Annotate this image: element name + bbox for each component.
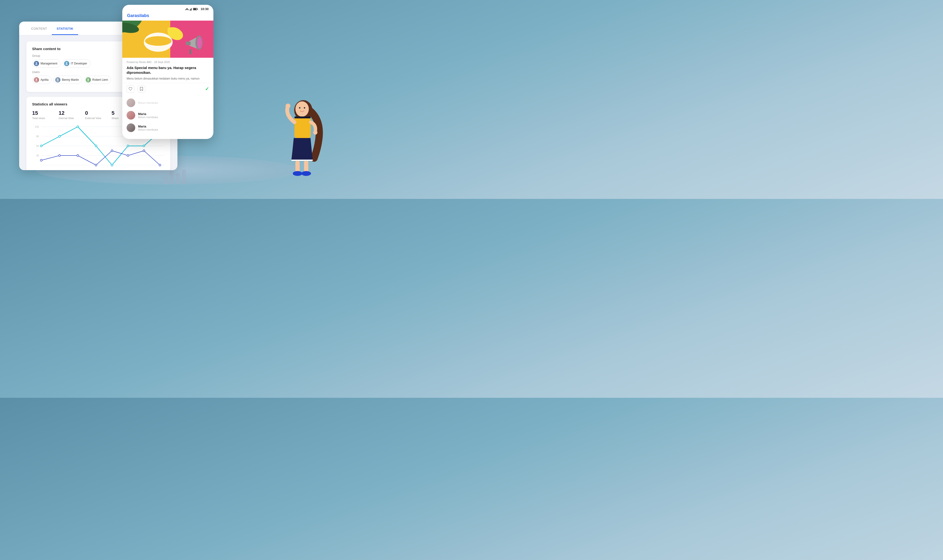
user-info-0: Belum membuka (138, 102, 158, 104)
svg-point-4 (36, 78, 37, 80)
svg-rect-60 (291, 160, 313, 161)
like-button[interactable] (126, 85, 134, 93)
character-svg (278, 91, 326, 182)
character-illustration (278, 91, 326, 182)
svg-point-19 (40, 145, 42, 147)
user-avatar-2 (126, 123, 135, 132)
stat-internal-view: 12 Internal View (59, 110, 85, 120)
svg-point-59 (285, 103, 290, 108)
bar-4 (182, 170, 186, 184)
list-item: Maria Belum membuka (122, 109, 213, 122)
tab-statistik[interactable]: STATISTIK (52, 22, 78, 35)
stat-label-total: Total views (32, 117, 59, 120)
svg-point-1 (35, 64, 38, 65)
chip-avatar-aprilia (34, 77, 39, 82)
bottom-bars (163, 170, 186, 184)
svg-point-5 (35, 80, 38, 82)
mobile-header: Garasilabs (122, 12, 213, 21)
status-time: 10:30 (201, 7, 209, 11)
chip-label-aprilia: Aprilia (40, 78, 48, 82)
svg-rect-52 (190, 49, 191, 54)
svg-point-7 (57, 80, 59, 82)
svg-rect-36 (190, 9, 190, 11)
post-actions: ✓ (122, 83, 213, 95)
svg-rect-38 (191, 8, 191, 11)
svg-point-24 (127, 145, 129, 147)
list-item: Belum membuka (122, 97, 213, 109)
svg-point-64 (301, 171, 311, 176)
svg-point-34 (159, 164, 161, 166)
chip-benny[interactable]: Benny Martin (54, 76, 82, 84)
svg-rect-62 (304, 160, 308, 172)
chip-label-benny: Benny Martin (62, 78, 79, 82)
svg-point-0 (36, 62, 37, 64)
bar-2 (169, 171, 174, 184)
svg-point-2 (66, 62, 67, 64)
svg-point-22 (95, 145, 97, 147)
svg-point-55 (299, 107, 300, 109)
svg-rect-42 (197, 9, 198, 9)
bar-1 (163, 177, 168, 184)
battery-icon (193, 8, 198, 11)
svg-marker-35 (185, 8, 189, 10)
app-name: Garasilabs (127, 13, 209, 18)
svg-point-9 (87, 80, 89, 82)
post-image (122, 21, 213, 58)
svg-point-28 (59, 155, 60, 157)
stat-value-external: 0 (85, 110, 111, 116)
chip-avatar-robert (86, 77, 91, 82)
post-title: Ada Special menu baru ya. Harap segera d… (122, 65, 213, 77)
bookmark-button[interactable] (138, 85, 145, 93)
stat-label-internal: Internal View (59, 117, 85, 120)
signal-icon (190, 8, 192, 11)
svg-point-63 (293, 171, 302, 176)
svg-rect-57 (294, 117, 311, 138)
stat-value-total: 15 (32, 110, 59, 116)
user-status-1: Belum membuka (138, 116, 158, 118)
svg-point-65 (313, 130, 317, 135)
user-list-section: Belum membuka Maria Belum membuka Maria … (122, 95, 213, 136)
chip-label-it-developer: IT Developer (71, 62, 87, 65)
svg-text:100: 100 (35, 125, 39, 128)
chip-avatar-management (34, 61, 39, 66)
stat-value-internal: 12 (59, 110, 85, 116)
chip-it-developer[interactable]: IT Developer (62, 59, 90, 68)
svg-point-21 (77, 126, 79, 128)
stat-label-external: External View (85, 117, 111, 120)
svg-point-56 (304, 107, 305, 109)
user-info-1: Maria Belum membuka (138, 112, 158, 118)
user-status-2: Belum membuka (138, 128, 158, 131)
svg-point-30 (95, 164, 97, 166)
tab-content[interactable]: CONTENT (26, 22, 52, 35)
user-avatar-0 (126, 98, 135, 107)
mobile-status-bar: 10:30 (122, 5, 213, 12)
svg-point-25 (143, 145, 145, 147)
chip-robert[interactable]: Robert Liem (84, 76, 111, 84)
chip-avatar-benny (55, 77, 60, 82)
list-item: Maria Belum membuka (122, 122, 213, 134)
svg-point-29 (77, 155, 79, 157)
svg-point-8 (88, 78, 89, 80)
svg-text:60: 60 (36, 145, 39, 148)
chip-label-robert: Robert Liem (92, 78, 108, 82)
chip-management[interactable]: Management (32, 59, 60, 68)
svg-rect-61 (295, 160, 300, 172)
user-name-2: Maria (138, 125, 158, 128)
svg-point-27 (40, 159, 42, 161)
svg-point-6 (57, 78, 59, 80)
svg-point-31 (111, 150, 113, 152)
svg-point-23 (111, 164, 113, 166)
svg-point-48 (145, 36, 171, 46)
post-image-svg (122, 21, 213, 58)
svg-point-32 (127, 155, 129, 157)
stat-external-view: 0 External View (85, 110, 111, 120)
wifi-icon (185, 8, 189, 11)
svg-text:40: 40 (36, 154, 39, 157)
user-status-0: Belum membuka (138, 102, 158, 104)
svg-rect-49 (186, 42, 191, 45)
svg-point-54 (295, 102, 309, 117)
post-meta: Posted by Resto ABC · 28 Sept 2020 (122, 58, 213, 65)
svg-text:80: 80 (36, 135, 39, 138)
stat-total-views: 15 Total views (32, 110, 59, 120)
chip-aprilia[interactable]: Aprilia (32, 76, 52, 84)
